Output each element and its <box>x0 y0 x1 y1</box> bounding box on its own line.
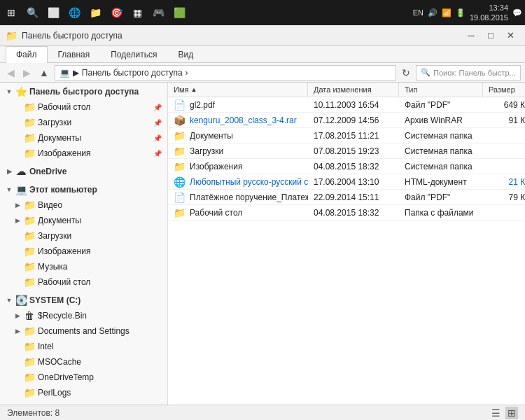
search-placeholder: Поиск: Панель быстр... <box>433 69 516 77</box>
filelist-row-4[interactable]: 📁 Изображения 04.08.2015 18:32 Системная… <box>168 159 525 174</box>
sidebar-section-quickaccess: ▼ ⭐ Панель быстрого доступа 📁 Рабочий ст… <box>0 83 167 162</box>
onedrive-icon: ☁ <box>15 166 27 177</box>
file-date-2: 17.08.2015 11:21 <box>308 130 399 142</box>
sidebar-item-docssettings[interactable]: ▶ 📁 Documents and Settings <box>0 323 167 339</box>
file-type-3: Системная папка <box>399 145 483 158</box>
sidebar-item-desktop[interactable]: 📁 Рабочий стол 📌 <box>0 99 167 115</box>
filelist-row-5[interactable]: 🌐 Любопытный русско-русский слова... 17.… <box>168 174 525 190</box>
file-type-1: Архив WinRAR <box>399 114 483 127</box>
chevron-right-icon5: ▶ <box>14 328 21 335</box>
app-icon2[interactable]: ▦ <box>129 4 146 21</box>
titlebar: 📁 Панель быстрого доступа ─ □ ✕ <box>0 25 525 46</box>
images2-folder-icon: 📁 <box>24 246 35 257</box>
search-taskbar-icon[interactable]: 🔍 <box>24 4 41 21</box>
column-size[interactable]: Размер <box>483 83 525 97</box>
minimize-button[interactable]: ─ <box>462 28 480 43</box>
column-name[interactable]: Имя ▲ <box>168 83 308 97</box>
app-icon1[interactable]: 🎯 <box>108 4 125 21</box>
ribbon-tab-file[interactable]: Файл <box>6 46 48 63</box>
chevron-down-icon2: ▼ <box>6 186 13 193</box>
sidebar-item-docs2[interactable]: ▶ 📁 Документы <box>0 213 167 228</box>
file-name-3: 📁 Загрузки <box>168 144 308 158</box>
titlebar-icon: 📁 <box>6 30 18 41</box>
start-button[interactable]: ⊞ <box>3 4 20 21</box>
msocache-folder-icon: 📁 <box>24 356 35 368</box>
sidebar-item-video[interactable]: ▶ 📁 Видео <box>0 197 167 213</box>
file-icon-3: 📁 <box>174 146 186 157</box>
address-path[interactable]: 💻 ▶ Панель быстрого доступа › <box>55 65 396 80</box>
filelist-row-7[interactable]: 📁 Рабочий стол 04.08.2015 18:32 Папка с … <box>168 205 525 220</box>
ribbon-tab-home[interactable]: Главная <box>48 46 101 62</box>
file-size-1: 91 КБ <box>483 114 525 127</box>
ribbon-tab-view[interactable]: Вид <box>167 46 204 62</box>
close-button[interactable]: ✕ <box>501 28 519 43</box>
explorer-icon[interactable]: 📁 <box>87 4 104 21</box>
sidebar-header-onedrive[interactable]: ▶ ☁ OneDrive <box>0 164 167 179</box>
sidebar-thispc-label: Этот компьютер <box>29 185 162 195</box>
pin-icon3: 📌 <box>153 134 162 142</box>
sidebar-item-music[interactable]: 📁 Музыка <box>0 259 167 274</box>
file-date-5: 17.06.2004 13:10 <box>308 176 399 188</box>
sidebar-item-onedrivemp[interactable]: 📁 OneDriveTemp <box>0 370 167 385</box>
sidebar-section-systemc: ▼ 💽 SYSTEM (C:) ▶ 🗑 $Recycle.Bin ▶ 📁 Doc… <box>0 291 167 405</box>
forward-button[interactable]: ▶ <box>20 66 34 80</box>
filelist-row-2[interactable]: 📁 Документы 17.08.2015 11:21 Системная п… <box>168 128 525 144</box>
perllogs-folder-icon: 📁 <box>24 387 35 398</box>
sidebar-documents-label: Документы <box>38 133 150 143</box>
file-size-0: 649 КБ <box>483 99 525 111</box>
maximize-button[interactable]: □ <box>482 28 500 43</box>
ie-icon[interactable]: 🌐 <box>66 4 83 21</box>
refresh-button[interactable]: ↻ <box>399 66 413 80</box>
file-type-5: HTML-документ <box>399 176 483 188</box>
taskview-icon[interactable]: ⬜ <box>45 4 62 21</box>
column-date[interactable]: Дата изменения <box>308 83 399 97</box>
thispc-icon: 💻 <box>15 184 27 195</box>
sidebar-quickaccess-label: Панель быстрого доступа <box>29 87 162 97</box>
file-icon-2: 📁 <box>174 130 186 141</box>
file-type-7: Папка с файлами <box>399 206 483 219</box>
downloads2-folder-icon: 📁 <box>24 230 35 241</box>
column-type[interactable]: Тип <box>399 83 483 97</box>
address-segment-quickaccess[interactable]: Панель быстрого доступа <box>82 68 183 78</box>
sidebar-item-images2[interactable]: 📁 Изображения <box>0 244 167 259</box>
ribbon-tab-share[interactable]: Поделиться <box>100 46 167 62</box>
filelist-row-1[interactable]: 📦 kenguru_2008_class_3-4.rar 07.12.2009 … <box>168 113 525 128</box>
details-view-button[interactable]: ☰ <box>489 407 503 419</box>
sidebar-item-perllogs[interactable]: 📁 PerlLogs <box>0 385 167 400</box>
sidebar-item-downloads[interactable]: 📁 Загрузки 📌 <box>0 115 167 130</box>
file-name-0: 📄 gl2.pdf <box>168 98 308 112</box>
file-size-2 <box>483 134 525 137</box>
sidebar-item-intel[interactable]: 📁 Intel <box>0 339 167 354</box>
sidebar-header-quickaccess[interactable]: ▼ ⭐ Панель быстрого доступа <box>0 84 167 99</box>
sidebar-item-downloads2[interactable]: 📁 Загрузки <box>0 228 167 244</box>
quickaccess-icon: ⭐ <box>15 86 27 97</box>
sidebar-item-documents[interactable]: 📁 Документы 📌 <box>0 130 167 146</box>
search-box[interactable]: 🔍 Поиск: Панель быстр... <box>416 65 521 80</box>
file-icon-4: 📁 <box>174 161 186 172</box>
sidebar-item-msocache[interactable]: 📁 MSOCache <box>0 354 167 370</box>
sidebar-item-desktop2[interactable]: 📁 Рабочий стол <box>0 274 167 290</box>
sidebar-item-recycle[interactable]: ▶ 🗑 $Recycle.Bin <box>0 308 167 323</box>
recycle-folder-icon: 🗑 <box>24 310 35 321</box>
back-button[interactable]: ◀ <box>4 66 18 80</box>
sidebar-header-thispc[interactable]: ▼ 💻 Этот компьютер <box>0 182 167 197</box>
filelist-row-0[interactable]: 📄 gl2.pdf 10.11.2003 16:54 Файл "PDF" 64… <box>168 97 525 113</box>
up-button[interactable]: ▲ <box>36 66 52 80</box>
search-icon: 🔍 <box>421 68 430 77</box>
address-segment-arrow[interactable]: ▶ <box>73 68 79 78</box>
docssettings-folder-icon: 📁 <box>24 326 35 337</box>
taskbar-battery-icon: 🔋 <box>456 8 465 18</box>
taskbar-right: EN 🔊 📶 🔋 13:34 19.08.2015 💬 <box>413 3 522 23</box>
app-icon4[interactable]: 🟩 <box>171 4 188 21</box>
app-icon3[interactable]: 🎮 <box>150 4 167 21</box>
sidebar-item-images[interactable]: 📁 Изображения 📌 <box>0 146 167 161</box>
filelist-row-3[interactable]: 📁 Загрузки 07.08.2015 19:23 Системная па… <box>168 144 525 159</box>
taskbar-notification-icon: 💬 <box>512 8 522 18</box>
sidebar-header-systemc[interactable]: ▼ 💽 SYSTEM (C:) <box>0 293 167 308</box>
filelist-row-6[interactable]: 📄 Платёжное поручение_Платежи в б... 22.… <box>168 190 525 205</box>
taskbar-volume-icon: 🔊 <box>428 8 438 18</box>
large-icons-view-button[interactable]: ⊞ <box>505 407 518 419</box>
sidebar-downloads-label: Загрузки <box>38 118 150 127</box>
file-icon-5: 🌐 <box>174 176 186 188</box>
file-icon-1: 📦 <box>174 115 186 126</box>
